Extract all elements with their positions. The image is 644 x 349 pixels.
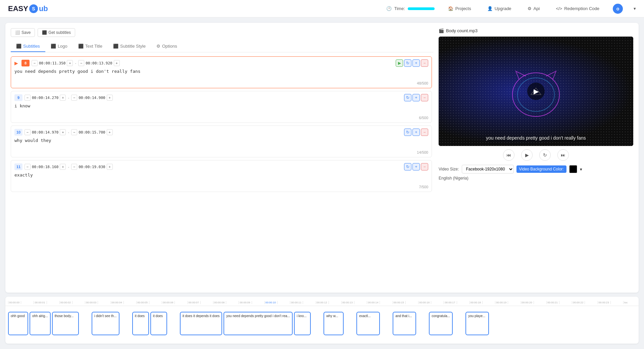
time-start-decrease[interactable]: −: [32, 60, 38, 66]
ruler-mark: [559, 301, 572, 304]
ruler-mark: 00:00:05: [136, 301, 149, 304]
add-segment-button[interactable]: +: [412, 129, 420, 136]
nav-api[interactable]: ⚙ Api: [525, 5, 543, 12]
refresh-button[interactable]: ↻: [539, 149, 551, 161]
get-subtitles-button[interactable]: ⬛ Get subtitles: [38, 28, 75, 37]
timeline-clip[interactable]: why w...: [324, 312, 344, 335]
tab-logo[interactable]: ⬛ Logo: [45, 41, 73, 52]
timeline-clip[interactable]: ohh good: [8, 312, 28, 335]
add-segment-button[interactable]: +: [412, 163, 420, 170]
time-controls: − 00:00:11.350 + - − 00:00:13.920 +: [32, 60, 392, 66]
time-start-increase[interactable]: +: [60, 164, 66, 170]
tab-options[interactable]: ⚙ Options: [151, 41, 183, 52]
color-dropdown-icon[interactable]: ▾: [580, 167, 582, 172]
time-end-increase[interactable]: +: [114, 60, 120, 66]
clip-text: it does: [135, 314, 146, 318]
time-end-decrease[interactable]: −: [71, 164, 77, 170]
timeline-clip[interactable]: and that i...: [393, 312, 416, 335]
subtitle-header: 10 − 00:00:14.970 + - − 00:00:15.700 + ↻…: [14, 129, 428, 136]
time-end-increase[interactable]: +: [107, 164, 113, 170]
refresh-segment-button[interactable]: ↻: [404, 59, 411, 67]
subtitle-text-input[interactable]: you need depends pretty good i don't rea…: [14, 69, 428, 80]
refresh-segment-button[interactable]: ↻: [404, 94, 411, 101]
tab-subtitle-style[interactable]: ⬛ Subtitle Style: [108, 41, 151, 52]
time-start-decrease[interactable]: −: [24, 129, 31, 135]
subtitle-text-input[interactable]: exactly: [14, 172, 428, 183]
options-tab-icon: ⚙: [156, 44, 160, 49]
tab-text-title[interactable]: ⬛ Text Title: [73, 41, 108, 52]
video-play-button[interactable]: ▶: [527, 83, 545, 100]
remove-segment-button[interactable]: −: [421, 59, 428, 67]
subtitle-header: 11 − 00:00:18.160 + - − 00:00:19.030 + ↻…: [14, 163, 428, 170]
timeline-clip[interactable]: congratula...: [429, 312, 453, 335]
editor-tabs: ⬛ Subtitles ⬛ Logo ⬛ Text Title ⬛ Subtit…: [11, 41, 433, 52]
timeline-clip[interactable]: you playe...: [465, 312, 489, 335]
avatar-dropdown-icon[interactable]: ▾: [634, 6, 636, 11]
add-segment-button[interactable]: +: [412, 94, 420, 101]
save-button[interactable]: ⬜ Save: [11, 28, 35, 37]
timeline-clip[interactable]: you need depends pretty good i don't rea…: [224, 312, 293, 335]
time-start: 00:00:11.350: [39, 61, 65, 65]
timeline-clip[interactable]: i didn't see th...: [92, 312, 119, 335]
subtitle-text-input[interactable]: i know: [14, 103, 428, 114]
time-start-decrease[interactable]: −: [24, 164, 31, 170]
time-end-increase[interactable]: +: [107, 129, 113, 135]
video-size-select[interactable]: Facebook-1920x1080 YouTube-1920x1080 Squ…: [462, 165, 514, 173]
video-bg-color-label: Video Background Color:: [516, 165, 566, 173]
timeline-clip[interactable]: it does it depends it does: [180, 312, 222, 335]
ruler-mark: [482, 301, 495, 304]
ruler-mark: [431, 301, 444, 304]
nav-projects[interactable]: 🏠 Projects: [445, 5, 474, 12]
subtitle-text-input[interactable]: why would they: [14, 138, 428, 149]
time-end-increase[interactable]: +: [107, 95, 113, 101]
time-start-increase[interactable]: +: [60, 95, 66, 101]
nav-redemption[interactable]: </> Redemption Code: [553, 5, 602, 12]
ruler-mark: [98, 301, 110, 304]
nav-upgrade[interactable]: 👤 Upgrade: [485, 5, 514, 12]
time-start-decrease[interactable]: −: [24, 95, 31, 101]
refresh-segment-button[interactable]: ↻: [404, 129, 411, 136]
time-separator: -: [68, 96, 69, 100]
user-avatar[interactable]: o: [613, 4, 623, 14]
bg-color-swatch[interactable]: [569, 165, 577, 173]
save-label: Save: [21, 30, 31, 35]
time-start-increase[interactable]: +: [60, 129, 66, 135]
logo-tab-label: Logo: [58, 44, 67, 49]
play-pause-button[interactable]: ▶: [521, 149, 533, 161]
timeline-clip[interactable]: those body...: [52, 312, 79, 335]
tab-subtitles[interactable]: ⬛ Subtitles: [11, 41, 45, 52]
subtitle-style-tab-icon: ⬛: [113, 44, 118, 49]
remove-segment-button[interactable]: −: [421, 163, 428, 170]
ruler-mark: 00:00:18: [469, 301, 482, 304]
refresh-segment-button[interactable]: ↻: [404, 163, 411, 170]
play-segment-button[interactable]: ▶: [396, 59, 403, 67]
remove-segment-button[interactable]: −: [421, 129, 428, 136]
clip-text: ohh alrig...: [32, 314, 48, 318]
ruler-mark: [21, 301, 34, 304]
timeline-spacer: [417, 312, 428, 335]
time-start: 00:00:18.160: [32, 165, 58, 169]
timeline-clip[interactable]: exactl...: [356, 312, 380, 335]
time-end: 00:00:19.030: [79, 165, 105, 169]
ruler-mark: 00:00:09: [239, 301, 251, 304]
timeline-clip[interactable]: ohh alrig...: [30, 312, 51, 335]
time-end: 00:00:13.920: [86, 61, 112, 65]
timeline-clip[interactable]: it does: [132, 312, 149, 335]
skip-back-button[interactable]: ⏮: [503, 149, 514, 161]
app-logo[interactable]: EASY S ub: [8, 4, 48, 13]
timeline-clip[interactable]: it does: [150, 312, 167, 335]
time-start-increase[interactable]: +: [67, 60, 73, 66]
timeline-clip[interactable]: i kno...: [294, 312, 311, 335]
skip-forward-button[interactable]: ⏭: [557, 149, 569, 161]
remove-segment-button[interactable]: −: [421, 94, 428, 101]
time-end-decrease[interactable]: −: [71, 129, 77, 135]
active-arrow: ▶: [14, 60, 18, 66]
video-wrapper: ▶ you need depends pretty good i don't r…: [439, 37, 633, 146]
clip-text: it does: [153, 314, 164, 318]
add-segment-button[interactable]: +: [412, 59, 420, 67]
clock-icon: 🕐: [386, 6, 392, 11]
subtitles-tab-label: Subtitles: [23, 44, 40, 49]
time-end-decrease[interactable]: −: [78, 60, 84, 66]
time-end-decrease[interactable]: −: [71, 95, 77, 101]
action-buttons: ↻ + −: [404, 129, 428, 136]
